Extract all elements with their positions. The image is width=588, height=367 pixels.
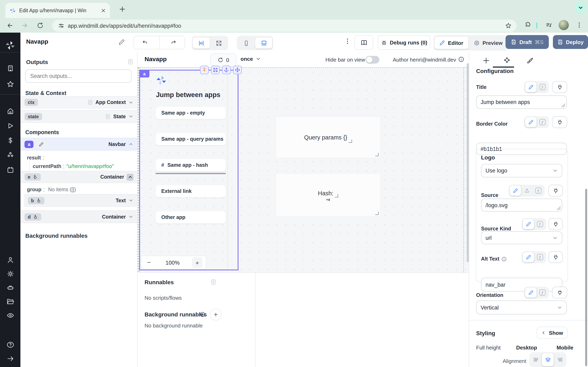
playlist-icon[interactable] [545,22,553,29]
static-pencil-icon[interactable] [525,287,536,298]
runs-play-icon[interactable] [0,122,20,130]
debug-runs-button[interactable]: Debug runs (0) [378,35,430,50]
static-pencil-icon[interactable] [525,82,536,92]
current-path-line[interactable]: currentPath : "u/henri/navapp#foo" [33,163,114,170]
desktop-view-icon[interactable] [255,38,272,49]
deploy-button[interactable]: Deploy [553,35,588,49]
centered-width-icon[interactable] [193,38,210,49]
connect-plug-button[interactable] [548,185,563,197]
resources-cubes-icon[interactable] [0,151,20,159]
search-outputs-input[interactable] [25,69,131,83]
nav-link-other-app[interactable]: Other app [156,211,226,224]
container-e-badge[interactable]: e [25,173,41,181]
full-width-icon[interactable] [210,38,227,49]
tab-search-chevron[interactable] [575,2,586,13]
add-background-runnable-button[interactable] [210,309,222,320]
connect-plug-button[interactable] [552,287,567,299]
static-pencil-icon[interactable] [510,185,521,196]
component-row-text-b[interactable]: b Text [24,194,138,207]
static-pencil-icon[interactable] [525,117,536,127]
forward-icon[interactable] [21,22,28,29]
info-icon[interactable] [502,256,507,262]
chevron-down-icon[interactable] [128,214,134,219]
chevron-down-icon[interactable] [128,114,134,119]
chevron-down-icon[interactable] [128,198,134,203]
connect-plug-button[interactable] [548,251,563,263]
text-resize-handle[interactable] [349,139,352,142]
nav-link-same-app-empty[interactable]: Same app - empty [156,107,226,119]
canvas-grid[interactable]: a Jump between apps Same app - empty Sam… [138,67,469,272]
favorites-star-icon[interactable] [0,80,20,88]
orientation-select[interactable]: Vertical [476,300,567,314]
selected-component-navbar[interactable]: a Jump between apps Same app - empty Sam… [139,70,238,270]
nav-link-external-link[interactable]: External link [156,185,226,197]
styling-show-button[interactable]: Show [536,327,568,339]
mobile-view-icon[interactable] [238,38,255,49]
align-right-icon[interactable] [554,353,566,366]
bookmark-star-icon[interactable] [505,22,512,29]
reload-icon[interactable] [37,22,44,29]
title-input[interactable]: Jump between apps [476,95,567,109]
extensions-icon[interactable] [524,22,531,29]
text-resize-handle[interactable] [335,194,338,197]
workspace-icon[interactable] [0,64,20,72]
function-icon[interactable]: ƒ [534,252,545,262]
tab-styling-brush-icon[interactable] [526,57,534,65]
pencil-chip-icon[interactable] [36,141,47,148]
function-icon[interactable]: ƒ [536,117,548,127]
doc-panel-icon[interactable] [210,279,216,285]
kebab-menu-icon[interactable] [576,22,583,29]
rename-pencil-icon[interactable] [118,39,125,45]
upload-icon[interactable] [521,185,532,196]
resize-handle[interactable] [557,206,561,210]
component-row-container-d[interactable]: d Container [20,210,138,223]
nav-link-same-app-query-params[interactable]: Same app - query params [156,133,226,145]
workers-robot-icon[interactable] [0,284,20,292]
chevron-up-icon[interactable] [128,142,134,147]
users-person-icon[interactable] [0,256,20,264]
canvas-scrollbar[interactable] [467,63,469,262]
container-e-canvas[interactable]: Query params {} [276,117,380,158]
undo-icon[interactable] [134,40,156,46]
function-icon[interactable]: ƒ [534,219,545,229]
collapse-arrow-icon[interactable] [0,355,20,363]
component-row-navbar[interactable]: a Navbar [20,138,138,150]
container-d-canvas[interactable]: Hash: "f [276,174,380,217]
connect-plug-button[interactable] [548,218,563,230]
tab-component-settings-icon[interactable] [503,57,511,64]
connect-plug-button[interactable] [552,116,567,128]
site-settings-icon[interactable] [58,22,65,29]
schedules-calendar-icon[interactable] [0,166,20,174]
refresh-count-button[interactable]: 0 [210,53,236,67]
home-icon[interactable] [0,107,20,115]
windmill-logo-icon[interactable] [0,40,20,50]
redo-icon[interactable] [162,40,185,46]
group-line[interactable]: group : No items ([]) [27,186,76,193]
info-icon[interactable] [458,56,464,62]
function-icon[interactable]: ƒ [536,287,548,298]
browser-tab[interactable]: Edit App u/henri/navapp | Win [5,3,110,18]
draft-button[interactable]: Draft ⌘S [506,35,549,49]
docs-button[interactable] [355,35,373,50]
tab-add-component-icon[interactable] [482,57,490,64]
refresh-mode-select[interactable]: once [241,56,261,62]
result-line[interactable]: result : [27,154,46,161]
text-b-badge[interactable]: b [28,197,44,204]
tab-preview[interactable]: Preview [468,37,507,49]
url-text[interactable]: app.windmill.dev/apps/edit/u/henri/navap… [68,23,181,29]
doc-panel-icon[interactable] [127,59,134,65]
alt-text-input[interactable]: nav_bar [481,278,562,292]
new-tab-button[interactable] [119,6,126,13]
align-left-icon[interactable] [530,353,542,366]
chevron-up-icon[interactable] [127,174,134,180]
zoom-out-button[interactable]: − [145,259,153,266]
hide-bar-toggle[interactable] [365,56,379,64]
state-row[interactable]: state State [20,110,138,123]
more-kebab-icon[interactable] [344,38,351,45]
help-icon[interactable] [0,341,20,349]
resize-handle[interactable] [562,104,565,107]
static-pencil-icon[interactable] [523,219,534,229]
avatar[interactable] [559,20,569,30]
source-input[interactable]: /logo.svg [481,199,562,212]
move-icon[interactable] [233,66,242,74]
